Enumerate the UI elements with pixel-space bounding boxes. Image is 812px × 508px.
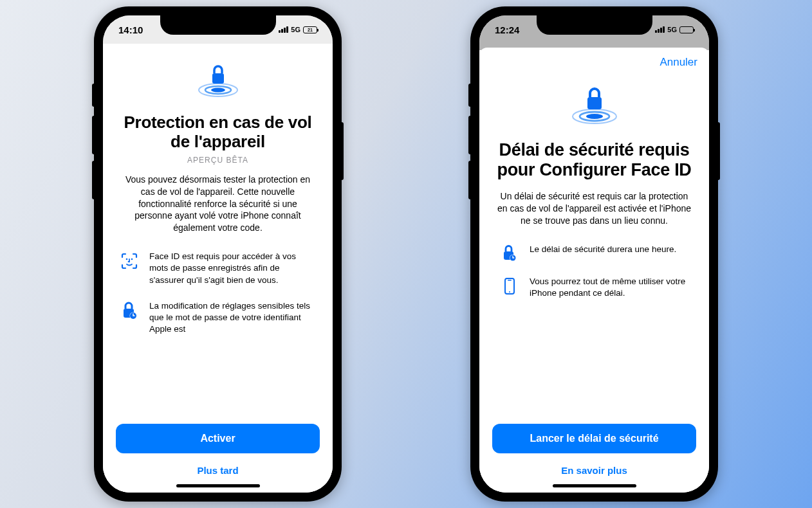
feature-item: Vous pourrez tout de même utiliser votre… xyxy=(500,276,688,299)
modal-sheet: Protection en cas de vol de l'appareil A… xyxy=(103,41,333,493)
home-indicator[interactable] xyxy=(553,484,636,487)
lock-ripple-icon xyxy=(196,63,241,102)
feature-list: Le délai de sécurité durera une heure. V… xyxy=(496,244,692,313)
notch xyxy=(160,15,276,35)
svg-rect-3 xyxy=(212,73,224,84)
svg-point-5 xyxy=(131,259,133,260)
start-delay-button[interactable]: Lancer le délai de sécurité xyxy=(492,424,696,453)
description-text: Un délai de sécurité est requis car la p… xyxy=(496,190,692,227)
feature-list: Face ID est requis pour accéder à vos mo… xyxy=(120,251,316,349)
feature-item: Face ID est requis pour accéder à vos mo… xyxy=(120,251,316,286)
page-title: Délai de sécurité requis pour Configurer… xyxy=(496,140,692,180)
svg-point-18 xyxy=(509,291,510,293)
lock-timer-icon xyxy=(120,300,139,320)
face-id-icon xyxy=(120,251,139,270)
activate-button[interactable]: Activer xyxy=(116,424,320,453)
phone-mockup-right: 12:24 5G Annuler xyxy=(470,6,718,502)
feature-text: Face ID est requis pour accéder à vos mo… xyxy=(149,251,316,286)
feature-text: Le délai de sécurité durera une heure. xyxy=(530,244,676,255)
status-right: 5G xyxy=(655,26,694,33)
content-area: Délai de sécurité requis pour Configurer… xyxy=(479,77,709,417)
feature-item: La modification de réglages sensibles te… xyxy=(120,300,316,336)
cancel-button[interactable]: Annuler xyxy=(660,56,697,69)
network-label: 5G xyxy=(667,26,677,33)
iphone-icon xyxy=(500,276,519,295)
svg-point-4 xyxy=(126,259,128,260)
svg-rect-17 xyxy=(508,280,512,281)
svg-point-11 xyxy=(586,114,603,119)
status-right: 5G 21 xyxy=(279,26,317,33)
phone-mockup-left: 14:10 5G 21 Protection en cas d xyxy=(94,6,342,502)
page-title: Protection en cas de vol de l'appareil xyxy=(120,113,316,152)
feature-item: Le délai de sécurité durera une heure. xyxy=(500,244,688,262)
network-label: 5G xyxy=(291,26,300,33)
feature-text: La modification de réglages sensibles te… xyxy=(149,300,316,336)
signal-icon xyxy=(655,26,665,33)
subtitle-badge: APERÇU BÊTA xyxy=(187,156,248,165)
lock-ripple-icon xyxy=(569,86,620,129)
button-area: Activer Plus tard xyxy=(103,417,333,493)
battery-icon: 21 xyxy=(303,26,317,33)
later-button[interactable]: Plus tard xyxy=(116,460,320,481)
feature-text: Vous pourrez tout de même utiliser votre… xyxy=(530,276,688,299)
button-area: Lancer le délai de sécurité En savoir pl… xyxy=(479,417,709,493)
notch xyxy=(537,15,652,35)
signal-icon xyxy=(279,26,288,33)
home-indicator[interactable] xyxy=(176,484,260,487)
status-time: 12:24 xyxy=(495,24,519,35)
status-time: 14:10 xyxy=(118,24,143,35)
content-area: Protection en cas de vol de l'appareil A… xyxy=(103,41,333,417)
screen: 12:24 5G Annuler xyxy=(479,15,709,493)
lock-timer-icon xyxy=(500,244,519,262)
learn-more-button[interactable]: En savoir plus xyxy=(492,460,696,481)
sheet-header: Annuler xyxy=(479,48,709,77)
battery-icon xyxy=(679,26,694,33)
svg-rect-12 xyxy=(587,97,602,109)
description-text: Vous pouvez désormais tester la protecti… xyxy=(120,174,316,234)
screen: 14:10 5G 21 Protection en cas d xyxy=(103,15,333,493)
svg-point-2 xyxy=(211,88,225,93)
modal-sheet: Annuler Délai de sécurité requis pour Co… xyxy=(479,48,709,493)
